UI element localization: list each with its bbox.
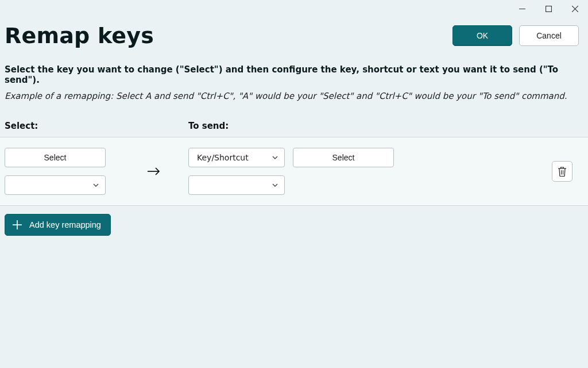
arrow-right-icon <box>146 166 161 177</box>
minimize-button[interactable] <box>509 0 535 17</box>
plus-icon <box>12 220 22 230</box>
page-title: Remap keys <box>5 23 154 48</box>
instruction-text: Select the key you want to change ("Sele… <box>5 64 582 85</box>
column-headers: Select: To send: <box>0 101 588 137</box>
mapping-row: Select Key/Shortcut Select <box>0 137 588 206</box>
close-button[interactable] <box>562 0 588 17</box>
close-icon <box>572 6 578 12</box>
example-text: Example of a remapping: Select A and sen… <box>5 91 582 101</box>
add-key-remapping-button[interactable]: Add key remapping <box>5 214 111 236</box>
select-key-button[interactable]: Select <box>5 148 106 167</box>
maximize-button[interactable] <box>535 0 562 17</box>
chevron-down-icon <box>92 182 99 189</box>
select-key-dropdown[interactable] <box>5 175 106 195</box>
send-mode-dropdown-value: Key/Shortcut <box>197 153 249 162</box>
to-send-key-dropdown[interactable] <box>188 175 285 195</box>
ok-button[interactable]: OK <box>452 25 512 46</box>
delete-cell <box>542 161 582 182</box>
maximize-icon <box>546 6 552 12</box>
arrow-separator <box>119 166 188 177</box>
to-send-group: Key/Shortcut Select <box>188 148 395 195</box>
intro-text: Select the key you want to change ("Sele… <box>0 48 588 101</box>
header: Remap keys OK Cancel <box>0 21 588 48</box>
chevron-down-icon <box>272 182 278 189</box>
to-send-column-header: To send: <box>188 121 587 131</box>
footer: Add key remapping <box>0 206 588 244</box>
minimize-icon <box>519 6 525 12</box>
select-column-header: Select: <box>5 121 188 131</box>
cancel-button[interactable]: Cancel <box>519 25 579 46</box>
select-group: Select <box>5 148 119 195</box>
title-bar <box>0 0 588 21</box>
chevron-down-icon <box>272 154 278 161</box>
to-send-select-button[interactable]: Select <box>293 148 394 167</box>
action-buttons: OK Cancel <box>452 25 579 46</box>
delete-remapping-button[interactable] <box>552 161 572 182</box>
send-mode-dropdown[interactable]: Key/Shortcut <box>188 148 285 167</box>
svg-rect-1 <box>546 6 551 12</box>
add-key-remapping-label: Add key remapping <box>29 220 101 229</box>
trash-icon <box>558 166 567 177</box>
